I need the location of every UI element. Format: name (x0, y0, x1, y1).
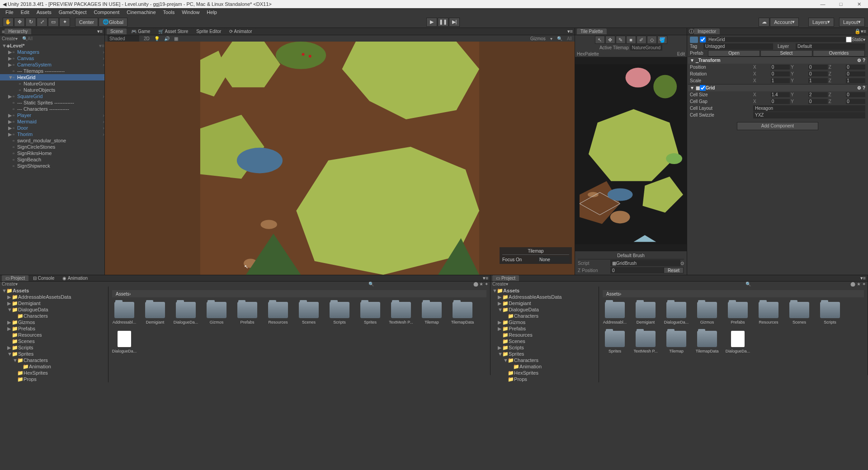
hierarchy-item[interactable]: ▶▫Door› (0, 125, 104, 131)
scene-root[interactable]: ▼◈ Level* ▾≡ (0, 42, 104, 49)
search-icon[interactable]: 🔍 (745, 282, 751, 287)
tree-item[interactable]: ▶📁 Demigiant (491, 300, 599, 306)
hierarchy-item[interactable]: ▶▫Thorim› (0, 131, 104, 137)
tab-project-r[interactable]: ▭ Project (492, 275, 519, 281)
prefab-select[interactable]: Select (760, 50, 812, 56)
maximize-button[interactable]: □ (832, 1, 850, 7)
folder-item[interactable]: DialogueDa... (664, 302, 689, 324)
project-grid-right[interactable]: Assets › Addressabl...DemigiantDialogueD… (599, 287, 868, 382)
account-dropdown[interactable]: Account ▾ (770, 18, 799, 27)
project-tree-left[interactable]: ▼📁 Assets▶📁 AddressableAssetsData▶📁 Demi… (0, 287, 108, 382)
hierarchy-item[interactable]: ▫SignCircleStones (0, 144, 104, 150)
folder-item[interactable]: Gizmos (204, 302, 229, 324)
tab-project[interactable]: ▭ Project (2, 275, 28, 281)
folder-item[interactable]: Scripts (327, 302, 352, 324)
menu-edit[interactable]: Edit (17, 9, 33, 15)
hand-tool[interactable]: ✋ (3, 18, 14, 27)
tag-dropdown[interactable]: Untagged (703, 43, 773, 50)
tree-item[interactable]: 📁 HexSprites (0, 370, 108, 376)
menu-tools[interactable]: Tools (160, 9, 179, 15)
hierarchy-item[interactable]: ▫SignRikrsHome (0, 150, 104, 156)
audio-icon[interactable]: 🔊 (164, 36, 170, 41)
tab-scene[interactable]: Scene (107, 28, 127, 34)
prefab-overrides[interactable]: Overrides (813, 50, 865, 56)
tree-item[interactable]: ▼📁 DialogueData (0, 306, 108, 313)
hierarchy-item[interactable]: ▼▫HexGrid› (0, 74, 104, 80)
project-create[interactable]: Create (2, 282, 15, 287)
active-tilemap-dropdown[interactable]: NatureGround (630, 44, 662, 51)
eraser-tool[interactable]: ◇ (647, 36, 657, 44)
folder-item[interactable]: TilemapData (695, 331, 719, 353)
search-icon[interactable]: 🔍 (368, 282, 374, 287)
hierarchy-item[interactable]: ▶▫SquareGrid› (0, 93, 104, 99)
grid-header[interactable]: ▼ ▦ Grid⚙ ? (688, 84, 867, 91)
brush-dropdown[interactable]: Default Brush (617, 253, 645, 258)
rotate-tool[interactable]: ↻ (25, 18, 36, 27)
hierarchy-item[interactable]: ▶▫Mermaid› (0, 118, 104, 125)
tree-item[interactable]: ▼📁 DialogueData (491, 306, 599, 313)
hierarchy-item[interactable]: ▶▫CameraSystem› (0, 61, 104, 68)
folder-item[interactable]: Scripts (818, 302, 842, 324)
reset-button[interactable]: Reset (664, 267, 684, 273)
hierarchy-item[interactable]: ▶▫Canvas› (0, 55, 104, 61)
hierarchy-item[interactable]: ▫sword_modular_stone (0, 137, 104, 144)
cloud-button[interactable]: ☁ (759, 18, 769, 27)
play-button[interactable]: ▶ (426, 18, 437, 27)
picker-tool[interactable]: ✐ (637, 36, 646, 44)
tree-item[interactable]: ▶📁 Scripts (491, 344, 599, 351)
tree-item[interactable]: 📁 Characters (0, 313, 108, 319)
object-name[interactable]: HexGrid (708, 37, 846, 42)
fx-icon[interactable]: ▦ (174, 36, 178, 41)
tree-item[interactable]: 📁 HexSprites (491, 370, 599, 376)
panel-menu-icon[interactable]: ▾≡ (97, 28, 103, 34)
tree-item[interactable]: ▶📁 Scripts (0, 344, 108, 351)
folder-item[interactable]: Scenes (297, 302, 321, 324)
select-tool[interactable]: ↖ (595, 36, 605, 44)
box-tool[interactable]: ■ (626, 36, 636, 44)
folder-item[interactable]: Tilemap (664, 331, 689, 353)
tilepalette-tab[interactable]: Tile Palette (577, 28, 607, 34)
folder-item[interactable]: TilemapData (450, 302, 475, 324)
hierarchy-item[interactable]: ▫--- Tilemaps ------------ (0, 68, 104, 74)
tree-item[interactable]: ▼📁 Characters (0, 357, 108, 363)
tree-item[interactable]: 📁 Scenes (491, 338, 599, 344)
tab-assetstore[interactable]: 🛒 Asset Store (155, 28, 192, 34)
step-button[interactable]: ▶| (449, 18, 460, 27)
cell-swizzle-dropdown[interactable]: YXZ (753, 112, 865, 118)
file-item[interactable]: DialogueDa... (112, 331, 137, 353)
tree-item[interactable]: 📁 Characters (491, 313, 599, 319)
folder-item[interactable]: Sprites (603, 331, 627, 353)
transform-header[interactable]: ▼ ⎯ Transform⚙ ? (688, 56, 867, 64)
folder-item[interactable]: Resources (266, 302, 290, 324)
cell-layout-dropdown[interactable]: Hexagon (753, 105, 865, 112)
hierarchy-item[interactable]: ▶▫Player› (0, 112, 104, 118)
transform-tool[interactable]: ✦ (59, 18, 70, 27)
project-create-r[interactable]: Create (492, 282, 506, 287)
inspector-tab[interactable]: Inspector (694, 28, 720, 34)
folder-item[interactable]: Prefabs (235, 302, 259, 324)
palette-name[interactable]: HexPalette (577, 52, 599, 56)
add-component-button[interactable]: Add Component (737, 122, 818, 130)
active-checkbox[interactable] (700, 37, 706, 42)
menu-gameobject[interactable]: GameObject (55, 9, 90, 15)
2d-toggle[interactable]: 2D (144, 36, 150, 41)
lighting-icon[interactable]: 💡 (154, 36, 160, 41)
panel-menu-icon[interactable]: ▾≡ (567, 28, 573, 34)
move-tool[interactable]: ✥ (14, 18, 25, 27)
pivot-toggle[interactable]: Center (75, 18, 98, 27)
pause-button[interactable]: ❚❚ (438, 18, 448, 27)
layout-dropdown[interactable]: Layout ▾ (839, 18, 865, 27)
folder-item[interactable]: Prefabs (726, 302, 750, 324)
rect-tool[interactable]: ▭ (48, 18, 59, 27)
scale-tool[interactable]: ⤢ (37, 18, 47, 27)
hierarchy-item[interactable]: ▫SignBeach (0, 156, 104, 163)
hierarchy-search[interactable]: All (28, 36, 33, 41)
tree-item[interactable]: ▶📁 Prefabs (491, 325, 599, 332)
menu-assets[interactable]: Assets (33, 9, 55, 15)
tree-item[interactable]: 📁 Scenes (0, 338, 108, 344)
tree-item[interactable]: ▼📁 Characters (491, 357, 599, 363)
breadcrumb-r[interactable]: Assets (606, 291, 620, 296)
close-button[interactable]: ✕ (850, 1, 868, 7)
tree-item[interactable]: ▶📁 AddressableAssetsData (491, 294, 599, 300)
tree-item[interactable]: 📁 Props (0, 376, 108, 382)
